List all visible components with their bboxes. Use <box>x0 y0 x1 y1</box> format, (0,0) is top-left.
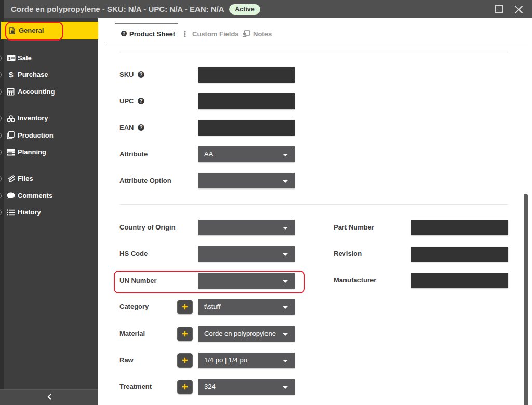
svg-text:$: $ <box>8 56 11 61</box>
svg-text:$: $ <box>9 71 14 79</box>
